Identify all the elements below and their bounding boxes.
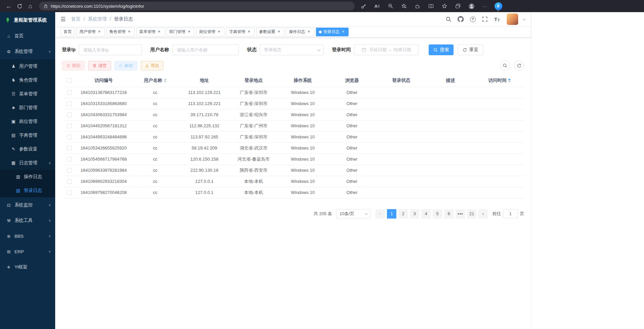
table-row[interactable]: 1641069652933218304 cc 127.0.0.1 本地-本机 W… <box>62 176 524 187</box>
username-input[interactable] <box>172 44 239 55</box>
page-button[interactable]: 1 <box>387 209 396 219</box>
sidebar-item[interactable]: ▥ 操作日志 <box>0 170 55 184</box>
sidebar-item[interactable]: ✈ Yi框架 <box>0 259 55 275</box>
read-aloud-icon[interactable]: A <box>373 1 382 11</box>
row-checkbox[interactable] <box>67 168 72 173</box>
font-size-icon[interactable]: TT <box>492 14 502 24</box>
page-button[interactable]: 2 <box>398 209 408 219</box>
header-search-icon[interactable] <box>443 14 454 24</box>
tab-close-icon[interactable]: × <box>97 30 102 34</box>
sidebar-item[interactable]: ⚒ 系统工具 ∨ <box>0 213 55 228</box>
row-checkbox[interactable] <box>67 124 72 128</box>
tab[interactable]: 参数设置 × <box>256 28 284 36</box>
row-checkbox[interactable] <box>67 146 72 151</box>
split-screen-icon[interactable] <box>427 1 435 11</box>
sidebar-item[interactable]: ♞ 角色管理 <box>0 73 55 87</box>
row-checkbox[interactable] <box>67 157 72 162</box>
sidebar-item[interactable]: ▦ 日志管理 ∧ <box>0 156 55 170</box>
favorites-star-icon[interactable] <box>440 1 449 11</box>
table-row[interactable]: 1641053426655825920 cc 58.19.42.209 湖北省-… <box>62 142 524 154</box>
sidebar-item[interactable]: ⌂ 首页 <box>0 28 55 44</box>
export-button[interactable]: 导出 <box>141 61 164 70</box>
row-checkbox[interactable] <box>67 190 72 195</box>
fullscreen-icon[interactable] <box>480 14 490 24</box>
row-checkbox[interactable] <box>67 179 72 184</box>
sidebar-item[interactable]: ☰ 菜单管理 <box>0 87 55 101</box>
tab[interactable]: 部门管理 × <box>166 28 194 36</box>
page-button[interactable]: ••• <box>456 209 465 219</box>
tab[interactable]: 岗位管理 × <box>196 28 224 36</box>
table-row[interactable]: 1641044520567181312 cc 112.96.225.132 广东… <box>62 120 524 131</box>
delete-button[interactable]: 删除 <box>62 61 85 70</box>
tab-close-icon[interactable]: × <box>127 30 132 34</box>
browser-back-button[interactable]: ← <box>3 1 14 11</box>
zoom-out-icon[interactable] <box>386 1 395 11</box>
status-select[interactable]: 登录状态 <box>260 44 324 55</box>
tab-close-icon[interactable]: × <box>307 30 311 34</box>
login-ip-input[interactable] <box>79 44 142 55</box>
browser-settings-dots-icon[interactable]: ··· <box>480 1 489 11</box>
sidebar-item[interactable]: ⚙ 系统管理 ∧ <box>0 44 55 59</box>
goto-page-input[interactable] <box>503 209 518 218</box>
table-row[interactable]: 1641031367863177216 cc 113.102.129.221 广… <box>62 87 524 98</box>
password-key-icon[interactable] <box>359 1 368 11</box>
github-icon[interactable] <box>456 14 466 24</box>
sort-icon[interactable] <box>508 78 511 83</box>
tab[interactable]: 用户管理 × <box>76 28 105 36</box>
browser-refresh-button[interactable] <box>14 1 25 11</box>
sidebar-item[interactable]: ⊕ BBS ∨ <box>0 228 55 244</box>
clear-button[interactable]: 清空 <box>88 61 111 70</box>
user-avatar[interactable] <box>507 13 518 25</box>
add-favorite-star-icon[interactable] <box>400 1 408 11</box>
row-checkbox[interactable] <box>67 101 72 106</box>
table-row[interactable]: 1641044993248464896 cc 113.87.92.165 广东省… <box>62 131 524 142</box>
sidebar-item[interactable]: ✎ 参数设置 <box>0 142 55 156</box>
page-button[interactable]: 21 <box>467 209 476 219</box>
app-logo[interactable]: 意框架管理系统 <box>0 12 55 28</box>
tab[interactable]: 角色管理 × <box>106 28 135 36</box>
tab[interactable]: 操作日志 × <box>286 28 314 36</box>
page-size-select[interactable]: 10条/页 <box>336 209 370 219</box>
sidebar-item[interactable]: ▧ 登录日志 <box>0 184 55 197</box>
table-row[interactable]: 1641031533185863680 cc 113.102.129.221 广… <box>62 98 524 109</box>
table-row[interactable]: 1641043063331753984 cc 39.171.210.78 浙江省… <box>62 109 524 120</box>
tab-close-icon[interactable]: × <box>187 30 191 34</box>
sidebar-item[interactable]: ⊞ ERP ∨ <box>0 244 55 259</box>
row-checkbox[interactable] <box>67 135 72 139</box>
tab[interactable]: 菜单管理 × <box>136 28 165 36</box>
tab[interactable]: 首页 × <box>61 28 75 36</box>
collections-icon[interactable] <box>454 1 462 11</box>
select-all-checkbox[interactable] <box>67 78 72 83</box>
sidebar-item[interactable]: ♟ 用户管理 <box>0 59 55 73</box>
tab-close-icon[interactable]: × <box>157 30 162 34</box>
table-row[interactable]: 1641054566717984768 cc 120.6.150.158 河北省… <box>62 154 524 165</box>
refresh-table-button[interactable] <box>514 61 524 71</box>
extensions-puzzle-icon[interactable] <box>413 1 422 11</box>
tab-close-icon[interactable]: × <box>217 30 221 34</box>
date-range-picker[interactable]: 开始日期 - 结束日期 <box>354 44 419 55</box>
sidebar-item[interactable]: ▤ 字典管理 <box>0 128 55 142</box>
table-row[interactable]: 1641059633978281984 cc 222.90.130.18 陕西省… <box>62 165 524 176</box>
breadcrumb-home[interactable]: 首页 <box>71 16 80 22</box>
search-button[interactable]: 搜索 <box>429 44 454 55</box>
table-row[interactable]: 1641069798270046208 cc 127.0.0.1 本地-本机 W… <box>62 187 524 198</box>
page-button[interactable]: › <box>478 209 488 219</box>
tab[interactable]: 登录日志 × <box>316 28 349 36</box>
copilot-bing-icon[interactable]: b ∨ <box>494 1 503 11</box>
address-bar[interactable]: https://ccnetcore.com:1101/system/log/lo… <box>39 2 355 10</box>
sidebar-item[interactable]: ▣ 岗位管理 <box>0 114 55 128</box>
browser-profile-avatar[interactable] <box>467 1 476 11</box>
tab-close-icon[interactable]: × <box>341 30 346 34</box>
unlock-button[interactable]: 解锁 <box>114 61 137 70</box>
tab-close-icon[interactable]: × <box>247 30 251 34</box>
breadcrumb-parent[interactable]: 系统管理 <box>88 16 107 22</box>
page-button[interactable]: 5 <box>433 209 442 219</box>
page-button[interactable]: 4 <box>421 209 431 219</box>
help-icon[interactable]: ? <box>468 14 478 24</box>
page-button[interactable]: ‹ <box>375 209 385 219</box>
tab[interactable]: 字典管理 × <box>226 28 254 36</box>
avatar-caret-icon[interactable] <box>523 17 526 21</box>
row-checkbox[interactable] <box>67 90 72 95</box>
browser-home-button[interactable]: ⌂ <box>25 1 36 11</box>
toggle-search-button[interactable] <box>500 61 510 71</box>
